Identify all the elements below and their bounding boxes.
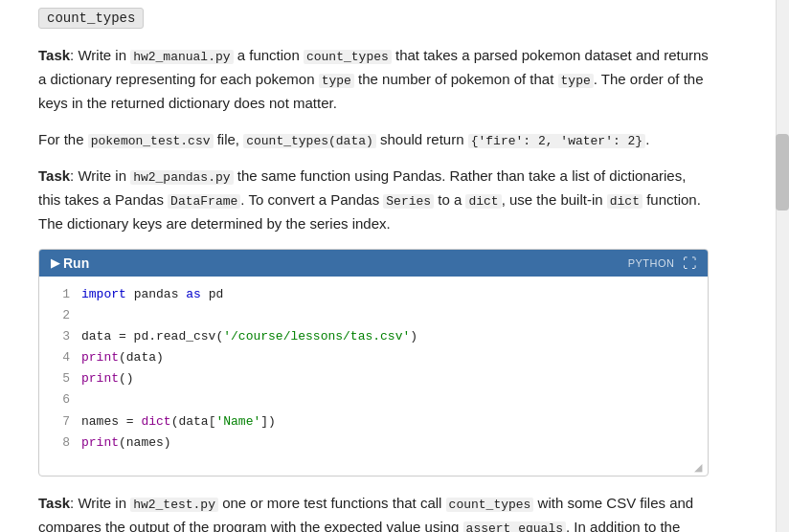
file-hw2-pandas: hw2_pandas.py bbox=[130, 170, 233, 185]
code-line-6: 6 bbox=[39, 389, 708, 410]
code-content-3: data = pd.read_csv('/course/lessons/tas.… bbox=[81, 326, 696, 347]
code-line-2: 2 bbox=[39, 305, 708, 326]
func-count-types-ref1: count_types bbox=[304, 50, 392, 64]
code-block: ▶ Run PYTHON ⛶ 1 import pandas as pd bbox=[38, 249, 709, 477]
line-num-4: 4 bbox=[51, 347, 70, 368]
string-name: 'Name' bbox=[215, 414, 260, 429]
function-badge: count_types bbox=[38, 8, 144, 29]
task-label-1: Task bbox=[38, 47, 70, 63]
keyword-dict: dict bbox=[141, 414, 170, 429]
scrollbar-thumb[interactable] bbox=[776, 134, 789, 211]
keyword-print-3: print bbox=[81, 435, 119, 450]
line-num-5: 5 bbox=[51, 368, 70, 389]
code-content-6 bbox=[81, 389, 696, 410]
file-hw2-manual: hw2_manual.py bbox=[130, 50, 233, 64]
line-num-6: 6 bbox=[51, 389, 70, 410]
code-text: ) bbox=[410, 329, 417, 344]
series-ref: Series bbox=[383, 194, 434, 209]
code-content-2 bbox=[81, 305, 696, 326]
page-content: count_types Task: Write in hw2_manual.py… bbox=[0, 0, 747, 532]
dict-ref2: dict bbox=[607, 194, 642, 209]
paragraph-4: Task: Write in hw2_test.py one or more t… bbox=[38, 492, 709, 532]
string-path: '/course/lessons/tas.csv' bbox=[223, 329, 410, 344]
line-num-8: 8 bbox=[51, 432, 70, 454]
code-text: ]) bbox=[260, 414, 276, 429]
pokemon-test-csv-ref1: pokemon_test.csv bbox=[88, 134, 214, 148]
file-hw2-test: hw2_test.py bbox=[130, 498, 218, 512]
paragraph-2: For the pokemon_test.csv file, count_typ… bbox=[38, 128, 709, 152]
code-text: (names) bbox=[119, 435, 171, 450]
code-text: pandas bbox=[134, 287, 187, 301]
resize-handle: ◢ bbox=[39, 461, 708, 476]
code-text: (data) bbox=[119, 350, 164, 365]
paragraph-3: Task: Write in hw2_pandas.py the same fu… bbox=[38, 165, 709, 235]
code-content-5: print() bbox=[81, 368, 696, 389]
code-line-3: 3 data = pd.read_csv('/course/lessons/ta… bbox=[39, 326, 708, 347]
code-text: data = pd.read_csv( bbox=[81, 329, 223, 344]
code-block-header: ▶ Run PYTHON ⛶ bbox=[39, 250, 708, 277]
dataframe-ref: DataFrame bbox=[168, 194, 240, 209]
func-call-ref: count_types(data) bbox=[243, 134, 376, 148]
return-value: {'fire': 2, 'water': 2} bbox=[468, 134, 645, 148]
line-num-2: 2 bbox=[51, 305, 70, 326]
run-label: Run bbox=[63, 255, 89, 271]
keyword-print-1: print bbox=[81, 350, 119, 365]
assert-equals-ref: assert_equals bbox=[463, 521, 566, 532]
lang-label: PYTHON bbox=[628, 257, 675, 269]
paragraph-1: Task: Write in hw2_manual.py a function … bbox=[38, 44, 709, 115]
code-text: pd bbox=[209, 287, 224, 301]
line-num-1: 1 bbox=[51, 284, 70, 305]
keyword-as: as bbox=[186, 287, 201, 301]
code-content-1: import pandas as pd bbox=[81, 284, 696, 305]
type-ref2: type bbox=[558, 74, 594, 88]
code-block-body-wrapper: 1 import pandas as pd 2 3 bbox=[39, 277, 708, 476]
line-num-7: 7 bbox=[51, 411, 70, 432]
task-label-2: Task bbox=[38, 167, 70, 184]
line-num-3: 3 bbox=[51, 326, 70, 347]
code-line-5: 5 print() bbox=[39, 368, 708, 389]
code-line-8: 8 print(names) bbox=[39, 432, 708, 454]
keyword-import: import bbox=[81, 287, 126, 301]
func-count-types-ref2: count_types bbox=[446, 498, 534, 512]
scrollbar-track bbox=[776, 0, 789, 532]
code-line-1: 1 import pandas as pd bbox=[39, 284, 708, 305]
code-line-4: 4 print(data) bbox=[39, 347, 708, 368]
dict-ref1: dict bbox=[465, 194, 501, 209]
task-label-3: Task bbox=[38, 495, 70, 511]
code-content-4: print(data) bbox=[81, 347, 696, 368]
play-icon: ▶ bbox=[51, 256, 59, 270]
code-text: (data[ bbox=[171, 414, 216, 429]
code-block-body: 1 import pandas as pd 2 3 bbox=[39, 277, 708, 461]
code-text: names = bbox=[81, 414, 141, 429]
type-ref1: type bbox=[319, 74, 354, 88]
run-button[interactable]: ▶ Run bbox=[51, 255, 89, 271]
expand-icon[interactable]: ⛶ bbox=[683, 255, 697, 271]
code-text: () bbox=[119, 371, 134, 386]
code-content-8: print(names) bbox=[81, 432, 696, 454]
keyword-print-2: print bbox=[81, 371, 119, 386]
code-content-7: names = dict(data['Name']) bbox=[81, 411, 696, 432]
code-line-7: 7 names = dict(data['Name']) bbox=[39, 411, 708, 432]
code-block-header-right: PYTHON ⛶ bbox=[628, 255, 696, 271]
